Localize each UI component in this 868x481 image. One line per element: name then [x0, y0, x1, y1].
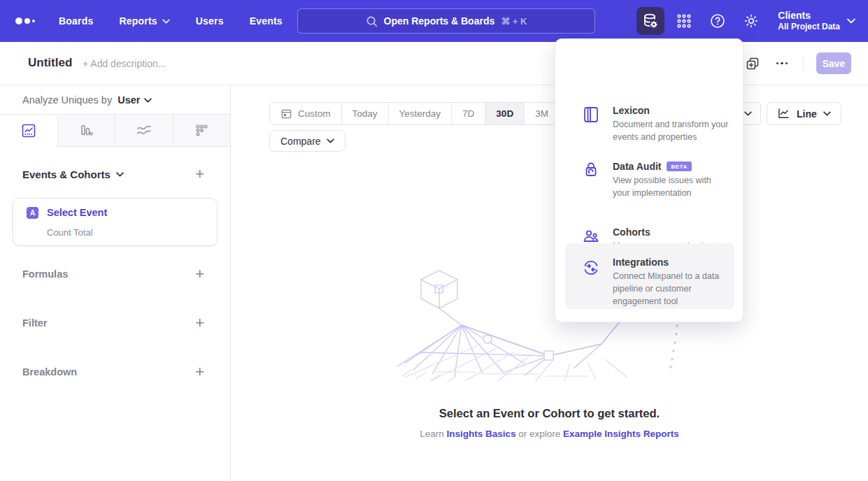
- data-audit-icon: [581, 161, 601, 180]
- duplicate-icon[interactable]: [744, 55, 761, 72]
- analyze-label: Analyze Uniques by: [22, 94, 112, 106]
- menu-item-title: Cohorts: [613, 227, 650, 238]
- date-range-custom[interactable]: Custom: [270, 103, 341, 124]
- event-card[interactable]: A Select Event Count Total: [13, 198, 218, 246]
- chart-type-dropdown[interactable]: Line: [767, 102, 841, 125]
- search-shortcut: ⌘ + K: [501, 16, 527, 27]
- beta-badge: BETA: [667, 161, 691, 171]
- header-actions: Save: [744, 52, 851, 74]
- date-range-7d[interactable]: 7D: [451, 103, 485, 124]
- nav-item-users[interactable]: Users: [196, 15, 224, 27]
- date-range-label: 30D: [496, 108, 513, 119]
- project-name: All Project Data: [778, 22, 840, 32]
- breakdown-label: Breakdown: [22, 366, 77, 378]
- date-range-label: Today: [353, 108, 378, 119]
- date-range-label: Yesterday: [399, 108, 441, 119]
- line-chart-icon: [777, 108, 790, 120]
- date-range-3m[interactable]: 3M: [524, 103, 559, 124]
- compare-label: Compare: [280, 136, 321, 147]
- analyze-by-selector[interactable]: Analyze Uniques by User: [0, 85, 230, 114]
- more-icon[interactable]: [774, 55, 790, 72]
- flow-chart-icon[interactable]: [115, 115, 173, 146]
- date-range-label: 7D: [462, 108, 474, 119]
- add-event-button[interactable]: +: [195, 166, 204, 182]
- breakdown-section: Breakdown +: [22, 364, 204, 380]
- retention-grid-icon[interactable]: [173, 115, 231, 146]
- bar-chart-icon[interactable]: [57, 115, 115, 146]
- divider: [803, 56, 804, 71]
- project-switcher[interactable]: Clients All Project Data: [778, 10, 855, 33]
- apps-grid-icon[interactable]: [670, 7, 698, 35]
- help-icon[interactable]: [704, 7, 732, 35]
- report-title[interactable]: Untitled: [28, 56, 72, 70]
- menu-item-text: Integrations Connect Mixpanel to a data …: [613, 257, 730, 308]
- empty-state-links: Learn Insights Basics or explore Example…: [231, 429, 868, 439]
- save-button[interactable]: Save: [816, 52, 851, 74]
- count-type-selector[interactable]: Count Total: [47, 227, 93, 238]
- empty-state-headline: Select an Event or Cohort to get started…: [231, 407, 868, 420]
- chart-type-tabs: [0, 114, 230, 147]
- nav-item-label: Users: [196, 15, 224, 27]
- menu-item-description: Connect Mixpanel to a data pipeline or c…: [613, 271, 730, 308]
- analyze-value-text: User: [118, 94, 140, 106]
- settings-icon[interactable]: [737, 7, 765, 35]
- data-management-menu: Lexicon Document and transform your even…: [555, 38, 744, 322]
- date-range-control: Custom Today Yesterday 7D 30D 3M 6M: [269, 102, 595, 125]
- insights-basics-link[interactable]: Insights Basics: [446, 429, 515, 439]
- menu-item-title: Lexicon: [613, 105, 650, 116]
- select-event-button[interactable]: Select Event: [47, 207, 107, 218]
- primary-nav: Boards Reports Users Events: [59, 15, 283, 27]
- events-cohorts-header: Events & Cohorts +: [0, 147, 230, 182]
- or-explore-text: or explore: [518, 429, 560, 439]
- integrations-icon: [581, 258, 601, 278]
- date-range-30d[interactable]: 30D: [485, 103, 524, 124]
- formulas-label: Formulas: [22, 268, 68, 280]
- date-range-today[interactable]: Today: [341, 103, 388, 124]
- report-description-input[interactable]: + Add description...: [83, 58, 166, 69]
- filter-label: Filter: [22, 317, 47, 329]
- menu-item-data-audit[interactable]: Data Audit BETA View possible issues wit…: [565, 161, 734, 200]
- add-filter-button[interactable]: +: [195, 315, 204, 331]
- date-range-label: 3M: [535, 108, 548, 119]
- lexicon-book-icon: [581, 105, 601, 124]
- compare-dropdown[interactable]: Compare: [269, 130, 346, 152]
- nav-item-boards[interactable]: Boards: [59, 15, 93, 27]
- filter-section: Filter +: [22, 315, 204, 331]
- events-cohorts-label: Events & Cohorts: [22, 168, 111, 180]
- calendar-icon: [280, 108, 292, 120]
- date-range-label: Custom: [298, 108, 331, 119]
- line-chart-icon[interactable]: [0, 115, 57, 146]
- add-breakdown-button[interactable]: +: [195, 364, 204, 380]
- app-window: Boards Reports Users Events Open Reports…: [0, 0, 868, 481]
- nav-item-events[interactable]: Events: [250, 15, 283, 27]
- chevron-down-icon: [162, 19, 170, 24]
- learn-prefix: Learn: [420, 429, 444, 439]
- top-navbar: Boards Reports Users Events Open Reports…: [0, 0, 868, 42]
- formulas-section: Formulas +: [22, 266, 204, 282]
- events-cohorts-toggle[interactable]: Events & Cohorts: [22, 168, 124, 180]
- search-placeholder: Open Reports & Boards: [384, 15, 495, 27]
- data-management-icon[interactable]: [636, 7, 664, 35]
- menu-item-text: Lexicon Document and transform your even…: [613, 105, 730, 144]
- add-formula-button[interactable]: +: [195, 266, 204, 282]
- nav-item-label: Reports: [119, 15, 157, 27]
- global-search-input[interactable]: Open Reports & Boards ⌘ + K: [297, 8, 595, 34]
- chevron-down-icon: [847, 18, 855, 24]
- query-builder-sidebar: Analyze Uniques by User: [0, 85, 231, 481]
- example-insights-reports-link[interactable]: Example Insights Reports: [563, 429, 679, 439]
- menu-item-integrations[interactable]: Integrations Connect Mixpanel to a data …: [565, 243, 734, 309]
- analyze-value[interactable]: User: [118, 94, 152, 106]
- nav-item-label: Events: [250, 15, 283, 27]
- date-range-yesterday[interactable]: Yesterday: [388, 103, 452, 124]
- menu-item-lexicon[interactable]: Lexicon Document and transform your even…: [565, 98, 734, 144]
- menu-item-description: Document and transform your events and p…: [613, 119, 730, 144]
- search-icon: [366, 15, 378, 27]
- navbar-right: Clients All Project Data: [636, 0, 855, 42]
- mixpanel-logo-icon[interactable]: [15, 17, 39, 24]
- menu-item-text: Data Audit BETA View possible issues wit…: [613, 161, 730, 200]
- org-name: Clients: [778, 10, 840, 22]
- nav-item-reports[interactable]: Reports: [119, 15, 169, 27]
- menu-item-title: Data Audit: [613, 161, 661, 172]
- chart-type-label: Line: [797, 108, 817, 120]
- event-badge: A: [27, 207, 38, 219]
